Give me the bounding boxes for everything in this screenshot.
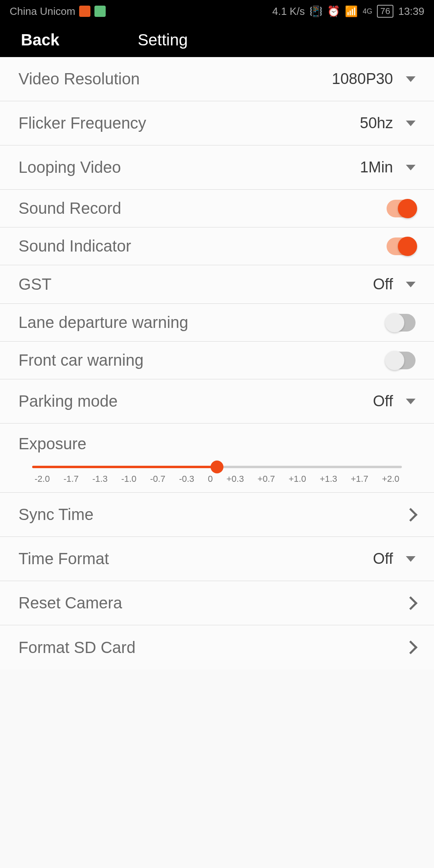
setting-label: Looping Video [18, 158, 121, 176]
setting-value-wrap: 1Min [360, 159, 416, 176]
setting-lane-departure: Lane departure warning [0, 304, 434, 342]
setting-reset-camera[interactable]: Reset Camera [0, 581, 434, 625]
toggle-sound-record[interactable] [387, 200, 416, 217]
app-header: Back Setting [0, 23, 434, 57]
slider-tick: 0 [208, 474, 213, 484]
setting-front-car: Front car warning [0, 342, 434, 379]
toggle-sound-indicator[interactable] [387, 237, 416, 255]
setting-label: Format SD Card [18, 639, 135, 657]
carrier-label: China Unicom [10, 5, 75, 18]
slider-tick: -1.3 [92, 474, 108, 484]
setting-value: Off [373, 276, 393, 293]
setting-value-wrap: 1080P30 [332, 70, 416, 88]
chevron-down-icon [406, 76, 416, 82]
wifi-icon: 📶 [345, 5, 358, 18]
toggle-knob [398, 199, 417, 218]
slider-tick: +1.3 [320, 474, 337, 484]
chevron-down-icon [406, 121, 416, 126]
network-type: 4G [362, 7, 372, 16]
setting-label: Sound Record [18, 199, 121, 217]
setting-value-wrap: Off [373, 550, 416, 567]
slider-thumb[interactable] [211, 461, 223, 473]
chevron-down-icon [406, 165, 416, 170]
setting-label: Time Format [18, 550, 109, 568]
status-bar: China Unicom 4.1 K/s 📳 ⏰ 📶 4G 76 13:39 [0, 0, 434, 23]
setting-value: 50hz [360, 115, 393, 132]
vibrate-icon: 📳 [309, 5, 322, 18]
page-title: Setting [138, 31, 188, 49]
chevron-right-icon [404, 508, 418, 522]
slider-tick: +0.3 [226, 474, 244, 484]
slider-tick: -0.3 [179, 474, 194, 484]
setting-gst[interactable]: GST Off [0, 265, 434, 304]
slider-tick: +0.7 [258, 474, 275, 484]
setting-value-wrap: Off [373, 393, 416, 410]
setting-label: Flicker Frequency [18, 114, 146, 132]
setting-format-sd[interactable]: Format SD Card [0, 625, 434, 669]
battery-level: 76 [377, 5, 393, 18]
chevron-right-icon [404, 641, 418, 654]
status-right: 4.1 K/s 📳 ⏰ 📶 4G 76 13:39 [272, 5, 424, 18]
setting-video-resolution[interactable]: Video Resolution 1080P30 [0, 57, 434, 101]
toggle-knob [398, 237, 417, 256]
network-speed: 4.1 K/s [272, 5, 305, 18]
slider-tick: -2.0 [35, 474, 50, 484]
setting-label: Exposure [18, 435, 86, 452]
setting-sound-record: Sound Record [0, 190, 434, 227]
setting-label: Lane departure warning [18, 313, 188, 332]
clock: 13:39 [398, 5, 424, 18]
setting-exposure: Exposure -2.0-1.7-1.3-1.0-0.7-0.30+0.3+0… [0, 424, 434, 493]
setting-label: Reset Camera [18, 594, 122, 612]
slider-track [32, 466, 402, 468]
setting-label: Video Resolution [18, 70, 140, 88]
slider-tick: -1.0 [121, 474, 137, 484]
setting-flicker-frequency[interactable]: Flicker Frequency 50hz [0, 101, 434, 145]
chevron-down-icon [406, 282, 416, 287]
slider-tick: -1.7 [63, 474, 79, 484]
slider-tick: +1.7 [351, 474, 368, 484]
slider-tick: +2.0 [382, 474, 399, 484]
toggle-front-car[interactable] [387, 352, 416, 369]
toggle-knob [385, 313, 404, 332]
chevron-right-icon [404, 596, 418, 610]
setting-label: GST [18, 275, 51, 293]
setting-label: Sound Indicator [18, 237, 131, 255]
setting-value: Off [373, 550, 393, 567]
setting-value-wrap: 50hz [360, 115, 416, 132]
slider-tick: -0.7 [150, 474, 166, 484]
status-left: China Unicom [10, 5, 106, 18]
app-icon-1 [79, 6, 90, 17]
setting-sync-time[interactable]: Sync Time [0, 493, 434, 537]
setting-parking-mode[interactable]: Parking mode Off [0, 379, 434, 424]
alarm-icon: ⏰ [327, 5, 340, 18]
setting-value: Off [373, 393, 393, 410]
setting-looping-video[interactable]: Looping Video 1Min [0, 145, 434, 190]
slider-fill [32, 466, 217, 468]
app-icon-2 [94, 6, 106, 17]
settings-list: Video Resolution 1080P30 Flicker Frequen… [0, 57, 434, 669]
setting-time-format[interactable]: Time Format Off [0, 537, 434, 581]
slider-labels: -2.0-1.7-1.3-1.0-0.7-0.30+0.3+0.7+1.0+1.… [32, 474, 402, 484]
chevron-down-icon [406, 556, 416, 562]
toggle-knob [385, 351, 404, 370]
toggle-lane-departure[interactable] [387, 314, 416, 332]
setting-value: 1Min [360, 159, 393, 176]
slider-tick: +1.0 [289, 474, 306, 484]
setting-label: Parking mode [18, 392, 118, 410]
exposure-slider[interactable]: -2.0-1.7-1.3-1.0-0.7-0.30+0.3+0.7+1.0+1.… [18, 466, 416, 484]
setting-value-wrap: Off [373, 276, 416, 293]
setting-label: Front car warning [18, 351, 143, 369]
setting-value: 1080P30 [332, 70, 393, 88]
setting-label: Sync Time [18, 506, 94, 524]
setting-sound-indicator: Sound Indicator [0, 227, 434, 265]
back-button[interactable]: Back [21, 31, 59, 49]
chevron-down-icon [406, 399, 416, 404]
